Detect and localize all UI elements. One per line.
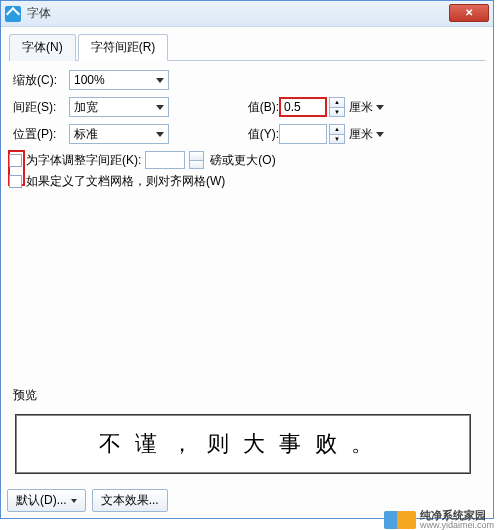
row-spacing: 间距(S): 加宽 值(B): 0.5 ▲ ▼ 厘米 xyxy=(9,96,485,118)
spinner-down-icon: ▼ xyxy=(330,108,344,117)
value-y-group: 值(Y): ▲ ▼ 厘米 xyxy=(229,124,384,144)
unit-y-text: 厘米 xyxy=(349,126,373,143)
close-button[interactable]: ✕ xyxy=(449,4,489,22)
unit-y-select[interactable]: 厘米 xyxy=(349,126,384,143)
snap-grid-label: 如果定义了文档网格，则对齐网格(W) xyxy=(26,173,225,190)
kerning-points-input[interactable] xyxy=(145,151,185,169)
text-effect-button[interactable]: 文本效果... xyxy=(92,489,168,512)
kerning-suffix: 磅或更大(O) xyxy=(210,152,275,169)
unit-b-text: 厘米 xyxy=(349,99,373,116)
scale-label: 缩放(C): xyxy=(9,72,69,89)
kerning-row: 为字体调整字间距(K): 磅或更大(O) xyxy=(9,151,485,169)
chevron-down-icon xyxy=(71,499,77,503)
checkbox-group: 为字体调整字间距(K): 磅或更大(O) 如果定义了文档网格，则对齐网格(W) xyxy=(9,151,485,190)
scale-select[interactable]: 100% xyxy=(69,70,169,90)
titlebar: 字体 ✕ xyxy=(1,1,493,27)
value-b-group: 值(B): 0.5 ▲ ▼ 厘米 xyxy=(229,97,384,117)
value-b-label: 值(B): xyxy=(229,99,279,116)
watermark-url: www.yidaimei.com xyxy=(420,521,494,530)
value-y-input[interactable] xyxy=(279,124,327,144)
spacing-label: 间距(S): xyxy=(9,99,69,116)
chevron-down-icon xyxy=(156,78,164,83)
spacing-select[interactable]: 加宽 xyxy=(69,97,169,117)
chevron-down-icon xyxy=(376,132,384,137)
spinner-down-icon: ▼ xyxy=(330,135,344,144)
value-b-text: 0.5 xyxy=(284,100,301,114)
snap-grid-checkbox[interactable] xyxy=(9,175,22,188)
preview-box: 不谨，则大事败。 xyxy=(15,414,471,474)
spacing-value: 加宽 xyxy=(74,99,98,116)
tab-font[interactable]: 字体(N) xyxy=(9,34,76,61)
watermark-logo-icon xyxy=(384,511,416,529)
tab-char-spacing[interactable]: 字符间距(R) xyxy=(78,34,169,61)
bottom-bar: 默认(D)... 文本效果... xyxy=(7,489,168,512)
value-y-spinner[interactable]: ▲ ▼ xyxy=(329,124,345,144)
default-button-label: 默认(D)... xyxy=(16,492,67,509)
value-b-spinner[interactable]: ▲ ▼ xyxy=(329,97,345,117)
preview-label: 预览 xyxy=(13,387,37,404)
font-dialog: 字体 ✕ 字体(N) 字符间距(R) 缩放(C): 100% 间距(S): 加宽… xyxy=(0,0,494,519)
tab-strip: 字体(N) 字符间距(R) xyxy=(9,33,485,61)
kerning-spinner[interactable] xyxy=(189,151,204,169)
default-button[interactable]: 默认(D)... xyxy=(7,489,86,512)
unit-b-select[interactable]: 厘米 xyxy=(349,99,384,116)
chevron-down-icon xyxy=(156,105,164,110)
app-icon xyxy=(5,6,21,22)
window-title: 字体 xyxy=(27,5,51,22)
value-y-label: 值(Y): xyxy=(229,126,279,143)
kerning-label: 为字体调整字间距(K): xyxy=(26,152,141,169)
kerning-checkbox[interactable] xyxy=(9,154,22,167)
position-label: 位置(P): xyxy=(9,126,69,143)
dialog-body: 字体(N) 字符间距(R) 缩放(C): 100% 间距(S): 加宽 值(B)… xyxy=(1,27,493,518)
position-value: 标准 xyxy=(74,126,98,143)
chevron-down-icon xyxy=(156,132,164,137)
spinner-up-icon: ▲ xyxy=(330,125,344,135)
position-select[interactable]: 标准 xyxy=(69,124,169,144)
text-effect-label: 文本效果... xyxy=(101,492,159,509)
preview-text: 不谨，则大事败。 xyxy=(99,429,387,459)
row-scale: 缩放(C): 100% xyxy=(9,69,485,91)
value-b-input[interactable]: 0.5 xyxy=(279,97,327,117)
watermark: 纯净系统家园 www.yidaimei.com xyxy=(384,510,494,530)
spinner-up-icon: ▲ xyxy=(330,98,344,108)
row-position: 位置(P): 标准 值(Y): ▲ ▼ 厘米 xyxy=(9,123,485,145)
scale-value: 100% xyxy=(74,73,105,87)
chevron-down-icon xyxy=(376,105,384,110)
snap-grid-row: 如果定义了文档网格，则对齐网格(W) xyxy=(9,173,485,190)
